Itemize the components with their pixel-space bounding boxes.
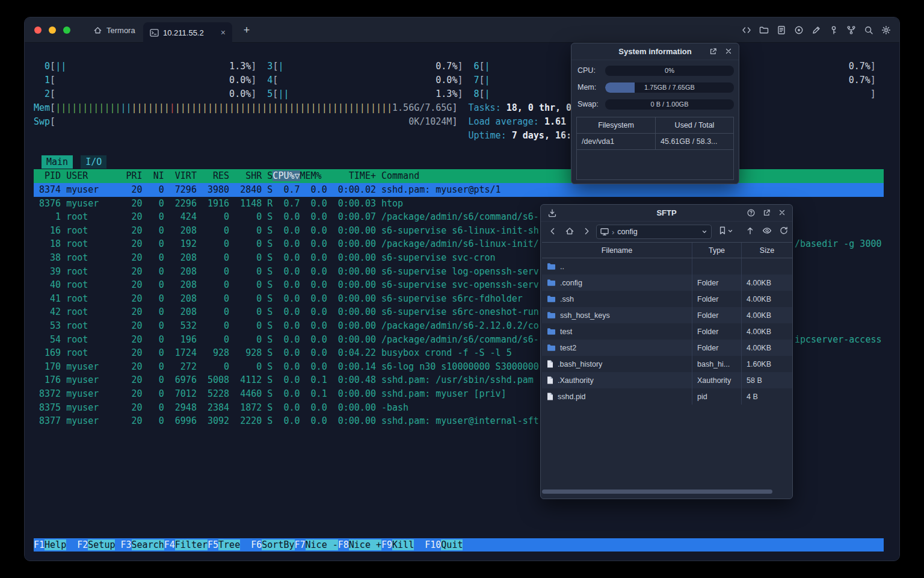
- close-tab-icon[interactable]: ×: [221, 28, 226, 37]
- meter-ticks: |: [485, 89, 490, 99]
- swap-label: Swap:: [578, 100, 605, 108]
- path-breadcrumb[interactable]: › config: [596, 225, 712, 239]
- file-row[interactable]: testFolder4.00KB: [542, 323, 792, 340]
- home-icon[interactable]: [565, 226, 574, 236]
- column-header-filename[interactable]: Filename: [542, 243, 692, 258]
- fkey-label[interactable]: Help: [45, 539, 66, 550]
- gap: [115, 539, 120, 550]
- file-row[interactable]: .sshFolder4.00KB: [542, 291, 792, 307]
- meter-bracket: ]: [870, 89, 876, 99]
- htop-tab-main[interactable]: Main: [42, 155, 73, 169]
- key-icon[interactable]: [829, 25, 839, 35]
- file-row[interactable]: .bash_historybash_hi...1.60KB: [542, 356, 792, 372]
- file-row[interactable]: ssh_host_keysFolder4.00KB: [542, 307, 792, 323]
- search-icon[interactable]: [864, 25, 873, 35]
- code-icon[interactable]: [742, 25, 751, 35]
- fkey-label[interactable]: Filter: [175, 539, 208, 550]
- fkey-label[interactable]: SortBy: [262, 539, 294, 550]
- cpu-meter-id: 5: [256, 89, 273, 99]
- fkey-label[interactable]: Quit: [441, 539, 463, 550]
- htop-tab-io[interactable]: I/O: [81, 155, 106, 169]
- meter-ticks: |: [485, 61, 490, 72]
- file-icon: [547, 393, 553, 400]
- bookmark-icon[interactable]: [718, 226, 727, 235]
- fkey-label[interactable]: Search: [132, 539, 164, 550]
- close-window-button[interactable]: [34, 26, 42, 34]
- fkey-number[interactable]: F4: [164, 539, 175, 550]
- cpu-meter-id: 3: [256, 61, 273, 72]
- file-row[interactable]: ..: [542, 258, 792, 275]
- fkey-label[interactable]: Nice +: [349, 539, 381, 550]
- open-in-window-icon[interactable]: [709, 47, 718, 56]
- column-header-type[interactable]: Type: [692, 243, 741, 258]
- branch-icon[interactable]: [846, 25, 856, 35]
- path-segment[interactable]: config: [617, 228, 637, 236]
- panel-title: SFTP: [541, 205, 792, 222]
- tab-session[interactable]: 10.211.55.2 ×: [143, 22, 232, 43]
- mem-ticks: ||||||||||||||||||||||||||||||||||||||||: [175, 102, 392, 113]
- fkey-number[interactable]: F7: [295, 539, 306, 550]
- mem-ticks: ||||||||||||: [55, 102, 120, 113]
- file-size: 58 B: [741, 372, 792, 388]
- chevron-down-icon[interactable]: [701, 229, 707, 235]
- folder-icon: [547, 344, 556, 352]
- file-row[interactable]: .XauthorityXauthority58 B: [542, 372, 792, 388]
- fkey-number[interactable]: F3: [121, 539, 132, 550]
- file-row[interactable]: .configFolder4.00KB: [542, 275, 792, 291]
- fkey-number[interactable]: F2: [77, 539, 88, 550]
- horizontal-scrollbar[interactable]: [542, 489, 792, 494]
- help-icon[interactable]: [747, 208, 756, 217]
- folder-icon[interactable]: [759, 25, 769, 35]
- refresh-icon[interactable]: [779, 226, 789, 235]
- fkey-label[interactable]: Setup: [88, 539, 115, 550]
- mem-ticks: |||||||: [132, 102, 170, 113]
- process-row[interactable]: 8374 myuser 20 0 7296 3980 2840 S 0.7 0.…: [34, 183, 884, 197]
- open-in-window-icon[interactable]: [762, 208, 771, 217]
- edit-icon[interactable]: [812, 25, 821, 35]
- progress-text: 0%: [605, 66, 734, 76]
- show-hidden-eye-icon[interactable]: [762, 226, 772, 235]
- bookmark-caret-icon[interactable]: [728, 229, 733, 234]
- tab-termora[interactable]: Termora: [85, 17, 144, 43]
- fkey-number[interactable]: F5: [208, 539, 218, 550]
- fkey-number[interactable]: F9: [381, 539, 392, 550]
- file-row[interactable]: sshd.pidpid4 B: [542, 388, 792, 405]
- tasks-icon[interactable]: [777, 25, 786, 35]
- meter-space: [289, 89, 436, 99]
- cpu-meter-id: 8: [463, 89, 479, 99]
- meter-pct: 0.0%: [229, 89, 251, 99]
- file-icon: [547, 360, 553, 368]
- new-tab-button[interactable]: +: [239, 22, 254, 38]
- fkey-number[interactable]: F10: [425, 539, 441, 550]
- back-icon[interactable]: [548, 226, 558, 236]
- fkey-label[interactable]: Tree: [218, 539, 240, 550]
- close-icon[interactable]: [724, 47, 733, 56]
- fkey-number[interactable]: F6: [251, 539, 262, 550]
- fkey-label[interactable]: Kill: [392, 539, 414, 550]
- record-icon[interactable]: [794, 25, 804, 35]
- fkey-label[interactable]: Nice -: [306, 539, 338, 550]
- up-directory-icon[interactable]: [745, 226, 755, 235]
- mem-usage-row: Mem: 1.75GB / 7.65GB: [578, 82, 734, 93]
- meter-bracket: ]: [251, 75, 256, 85]
- file-type: [692, 258, 741, 275]
- close-icon[interactable]: [778, 208, 786, 217]
- download-icon[interactable]: [547, 208, 557, 218]
- breadcrumb-separator: ›: [612, 228, 614, 237]
- file-size: 4.00KB: [741, 291, 792, 307]
- sort-column-cpu[interactable]: CPU%▽: [273, 170, 300, 181]
- column-header-size[interactable]: Size: [741, 243, 792, 258]
- fkey-number[interactable]: F1: [34, 539, 45, 550]
- process-table-header[interactable]: PID USER PRI NI VIRT RES SHR SCPU%▽MEM% …: [34, 169, 884, 183]
- scrollbar-thumb[interactable]: [542, 489, 772, 494]
- fkey-number[interactable]: F8: [338, 539, 349, 550]
- settings-icon[interactable]: [881, 25, 891, 35]
- file-table-header[interactable]: Filename Type Size: [542, 242, 792, 258]
- file-name: .config: [560, 279, 582, 287]
- zoom-window-button[interactable]: [63, 26, 70, 34]
- home-icon: [93, 26, 102, 35]
- minimize-window-button[interactable]: [49, 26, 56, 34]
- file-row[interactable]: test2Folder4.00KB: [542, 340, 792, 356]
- system-information-panel: System information CPU: 0% Mem: 1.75GB /…: [571, 43, 739, 184]
- forward-icon[interactable]: [582, 226, 591, 236]
